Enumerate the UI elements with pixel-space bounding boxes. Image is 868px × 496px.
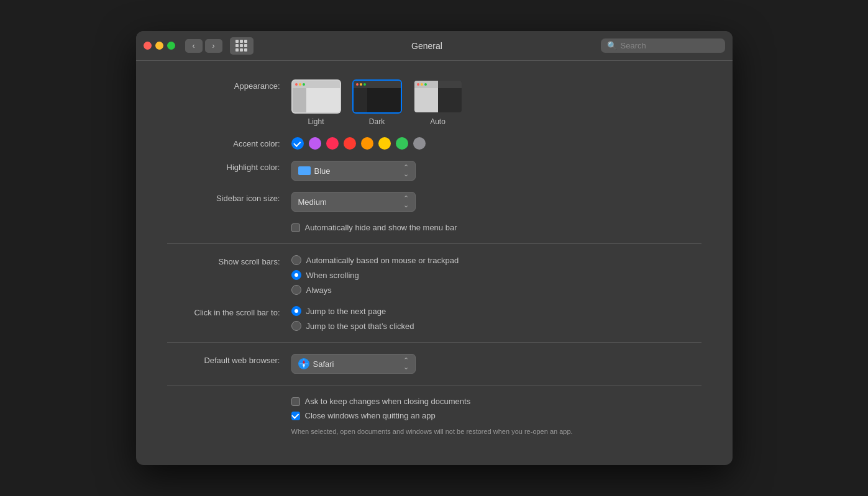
light-label: Light (308, 117, 324, 126)
click-scroll-bar-row: Click in the scroll bar to: Jump to the … (167, 306, 701, 331)
browser-dropdown-arrows-icon: ⌃⌄ (403, 357, 409, 371)
menu-bar-checkbox[interactable] (291, 223, 300, 232)
traffic-lights (144, 42, 175, 50)
accent-colors (291, 137, 701, 150)
appearance-row: Appearance: (167, 79, 701, 126)
scroll-auto-radio[interactable] (291, 255, 301, 265)
menu-bar-control: Automatically hide and show the menu bar (291, 223, 701, 232)
dark-titlebar (354, 81, 401, 88)
search-bar[interactable]: 🔍 (601, 38, 725, 53)
appearance-label: Appearance: (167, 79, 291, 91)
appearance-options: Light (291, 79, 701, 126)
close-windows-checkbox[interactable] (291, 412, 300, 420)
next-page-row: Jump to the next page (291, 306, 701, 316)
grid-view-button[interactable] (230, 37, 254, 55)
menu-bar-label (167, 223, 291, 225)
back-button[interactable]: ‹ (185, 39, 203, 53)
accent-orange[interactable] (361, 137, 373, 150)
default-browser-row: Default web browser: (167, 354, 701, 374)
accent-green[interactable] (396, 137, 408, 150)
default-browser-value: Safari (313, 359, 334, 369)
highlight-color-value: Blue (314, 166, 331, 176)
forward-button[interactable]: › (205, 39, 222, 53)
accent-blue[interactable] (291, 137, 304, 150)
close-windows-hint: When selected, open documents and window… (291, 428, 701, 435)
nav-buttons: ‹ › (185, 39, 222, 53)
highlight-swatch (298, 166, 311, 175)
accent-color-row: Accent color: (167, 137, 701, 150)
menu-bar-checkbox-label: Automatically hide and show the menu bar (305, 223, 457, 232)
window-title: General (258, 41, 596, 51)
next-page-radio[interactable] (291, 306, 301, 316)
default-browser-label: Default web browser: (167, 354, 291, 365)
accent-red[interactable] (344, 137, 356, 150)
auto-label: Auto (430, 117, 445, 126)
close-documents-label (167, 397, 291, 399)
light-thumbnail (291, 79, 341, 114)
divider-3 (167, 385, 701, 386)
accent-purple[interactable] (309, 137, 321, 150)
highlight-color-dropdown[interactable]: Blue ⌃⌄ (291, 161, 416, 181)
divider-1 (167, 243, 701, 244)
close-windows-row: Close windows when quitting an app (291, 411, 701, 420)
accent-graphite[interactable] (413, 137, 426, 150)
grid-icon (235, 40, 247, 52)
scroll-always-label: Always (306, 286, 332, 295)
accent-yellow[interactable] (378, 137, 391, 150)
sidebar-icon-size-value: Medium (298, 197, 327, 207)
scroll-when-scrolling-radio[interactable] (291, 270, 301, 280)
auto-thumbnail (413, 79, 463, 114)
ask-changes-checkbox[interactable] (291, 397, 300, 406)
scroll-always-radio[interactable] (291, 285, 301, 295)
ask-changes-label: Ask to keep changes when closing documen… (305, 397, 471, 406)
appearance-control: Light (291, 79, 701, 126)
search-icon: 🔍 (607, 41, 617, 50)
dark-thumbnail (352, 79, 402, 114)
default-browser-control: Safari ⌃⌄ (291, 354, 701, 374)
appearance-light[interactable]: Light (291, 79, 341, 126)
titlebar: ‹ › General 🔍 (136, 31, 733, 61)
highlight-color-row: Highlight color: Blue ⌃⌄ (167, 161, 701, 181)
scroll-when-scrolling-label: When scrolling (306, 271, 359, 280)
dark-label: Dark (369, 117, 385, 126)
sidebar-icon-size-control: Medium ⌃⌄ (291, 192, 701, 212)
scroll-auto-row: Automatically based on mouse or trackpad (291, 255, 701, 265)
dropdown-arrows-icon: ⌃⌄ (403, 164, 409, 178)
appearance-auto[interactable]: Auto (413, 79, 463, 126)
scroll-auto-label: Automatically based on mouse or trackpad (306, 256, 459, 265)
highlight-color-label: Highlight color: (167, 161, 291, 172)
content-area: Appearance: (136, 61, 733, 465)
click-scroll-bar-control: Jump to the next page Jump to the spot t… (291, 306, 701, 331)
close-documents-control: Ask to keep changes when closing documen… (291, 397, 701, 435)
clicked-spot-row: Jump to the spot that’s clicked (291, 321, 701, 331)
scroll-always-row: Always (291, 285, 701, 295)
accent-color-control (291, 137, 701, 150)
show-scroll-bars-label: Show scroll bars: (167, 255, 291, 266)
maximize-button[interactable] (167, 42, 175, 50)
clicked-spot-label: Jump to the spot that’s clicked (306, 322, 414, 331)
next-page-label: Jump to the next page (306, 307, 386, 316)
close-windows-label: Close windows when quitting an app (305, 411, 436, 420)
close-documents-row: Ask to keep changes when closing documen… (167, 397, 701, 435)
minimize-button[interactable] (155, 42, 163, 50)
sidebar-dropdown-arrows-icon: ⌃⌄ (403, 195, 409, 209)
search-input[interactable] (621, 41, 719, 50)
appearance-dark[interactable]: Dark (352, 79, 402, 126)
scroll-when-scrolling-row: When scrolling (291, 270, 701, 280)
sidebar-icon-size-label: Sidebar icon size: (167, 192, 291, 203)
sidebar-icon-size-dropdown[interactable]: Medium ⌃⌄ (291, 192, 416, 212)
menu-bar-checkbox-row: Automatically hide and show the menu bar (291, 223, 701, 232)
safari-icon (298, 358, 309, 369)
clicked-spot-radio[interactable] (291, 321, 301, 331)
highlight-color-control: Blue ⌃⌄ (291, 161, 701, 181)
click-scroll-bar-label: Click in the scroll bar to: (167, 306, 291, 317)
settings-window: ‹ › General 🔍 Appearance: (136, 31, 733, 465)
default-browser-dropdown[interactable]: Safari ⌃⌄ (291, 354, 416, 374)
accent-color-label: Accent color: (167, 137, 291, 148)
ask-changes-row: Ask to keep changes when closing documen… (291, 397, 701, 406)
show-scroll-bars-row: Show scroll bars: Automatically based on… (167, 255, 701, 295)
accent-pink[interactable] (326, 137, 339, 150)
light-titlebar (293, 81, 340, 88)
menu-bar-row: Automatically hide and show the menu bar (167, 223, 701, 232)
close-button[interactable] (144, 42, 152, 50)
